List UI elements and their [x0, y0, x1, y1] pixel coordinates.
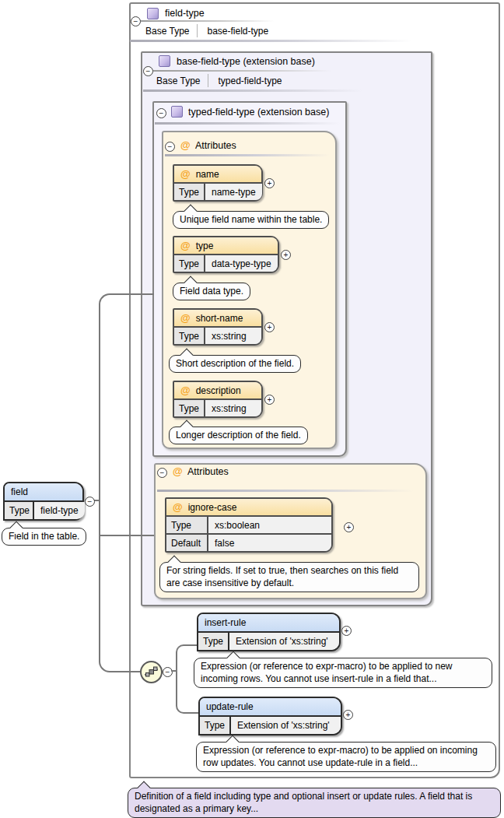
schema-diagram: − field-type Base Type base-field-type −… — [0, 0, 504, 818]
default-label: Default — [166, 535, 208, 551]
type-value[interactable]: name-type — [205, 184, 262, 200]
attributes-title: Attributes — [187, 466, 229, 477]
expand-icon[interactable]: + — [264, 395, 275, 405]
attribute-name[interactable]: @ name Type name-type — [173, 164, 263, 202]
type-label: Type — [174, 328, 205, 344]
type-label: Type — [5, 502, 34, 519]
type-label: Type — [174, 184, 205, 200]
type-value[interactable]: xs:string — [205, 328, 261, 344]
complex-type-icon — [159, 55, 170, 67]
attribute-at-icon: @ — [180, 384, 191, 396]
field-type-base-row: Base Type base-field-type — [145, 24, 268, 37]
type-value[interactable]: field-type — [34, 502, 85, 519]
attribute-name-label: name — [196, 169, 219, 180]
type-value[interactable]: xs:string — [205, 400, 261, 416]
type-label: Type — [174, 255, 205, 272]
attribute-name-label: ignore-case — [188, 502, 237, 513]
doc-tooltip: For string fields. If set to true, then … — [159, 562, 419, 592]
attribute-ignore-case[interactable]: @ ignore-case Type xs:boolean Default fa… — [165, 497, 333, 553]
expand-icon[interactable]: + — [264, 178, 275, 188]
attribute-name-label: description — [196, 385, 241, 396]
expand-icon[interactable]: + — [281, 250, 291, 260]
type-label: Type — [200, 717, 231, 734]
type-value[interactable]: Extension of 'xs:string' — [231, 717, 341, 734]
attribute-at-icon: @ — [180, 240, 191, 251]
element-update-rule[interactable]: update-rule Type Extension of 'xs:string… — [198, 697, 342, 735]
element-field[interactable]: field Type field-type — [3, 482, 84, 521]
base-field-type-title[interactable]: base-field-type (extension base) — [177, 56, 315, 67]
type-label: Type — [198, 633, 229, 650]
base-type-value[interactable]: typed-field-type — [208, 75, 282, 86]
default-value: false — [208, 535, 331, 551]
element-name: field — [5, 483, 82, 502]
attribute-at-icon: @ — [180, 312, 191, 324]
complex-type-icon — [147, 8, 159, 19]
doc-tooltip: Short description of the field. — [169, 355, 301, 373]
collapse-icon[interactable]: − — [85, 497, 95, 507]
type-value[interactable]: xs:boolean — [208, 517, 331, 533]
base-field-type-base-row: Base Type typed-field-type — [156, 74, 282, 87]
attribute-at-icon: @ — [180, 168, 191, 180]
base-type-label: Base Type — [156, 75, 208, 86]
definition-note: Definition of a field including type and… — [128, 788, 501, 818]
attributes-title: Attributes — [195, 140, 236, 151]
attribute-type[interactable]: @ type Type data-type-type — [173, 236, 279, 273]
type-value[interactable]: data-type-type — [205, 255, 278, 272]
doc-tooltip: Longer description of the field. — [169, 427, 308, 444]
sequence-icon[interactable] — [140, 661, 163, 683]
connector-bracket — [99, 293, 154, 672]
element-name: insert-rule — [198, 614, 339, 633]
collapse-icon[interactable]: − — [131, 16, 141, 26]
collapse-icon[interactable]: − — [157, 468, 167, 478]
connector-line — [100, 535, 154, 536]
attribute-at-icon: @ — [180, 139, 191, 151]
doc-tooltip: Field data type. — [173, 283, 250, 300]
type-label: Type — [166, 517, 208, 533]
expand-icon[interactable]: + — [344, 522, 354, 532]
collapse-icon[interactable]: − — [143, 66, 153, 76]
expand-icon[interactable]: + — [343, 710, 353, 720]
expand-icon[interactable]: + — [264, 322, 275, 332]
attribute-description[interactable]: @ description Type xs:string — [173, 381, 263, 418]
doc-tooltip: Field in the table. — [2, 528, 86, 546]
attribute-at-icon: @ — [173, 465, 183, 477]
doc-tooltip: Unique field name within the table. — [173, 211, 329, 229]
type-label: Type — [174, 400, 205, 416]
expand-icon[interactable]: + — [341, 626, 352, 636]
type-value[interactable]: Extension of 'xs:string' — [229, 633, 339, 650]
attribute-short-name[interactable]: @ short-name Type xs:string — [173, 308, 263, 346]
typed-field-type-title[interactable]: typed-field-type (extension base) — [188, 107, 329, 118]
collapse-icon[interactable]: − — [165, 142, 175, 152]
attribute-name-label: type — [196, 240, 214, 251]
element-name: update-rule — [200, 698, 341, 717]
attribute-name-label: short-name — [196, 313, 243, 324]
collapse-icon[interactable]: − — [163, 667, 173, 677]
base-type-value[interactable]: base-field-type — [198, 26, 268, 37]
element-insert-rule[interactable]: insert-rule Type Extension of 'xs:string… — [197, 613, 341, 651]
doc-tooltip: Expression (or reference to expr-macro) … — [194, 658, 492, 688]
doc-tooltip: Expression (or reference to expr-macro) … — [196, 742, 496, 772]
collapse-icon[interactable]: − — [156, 108, 166, 118]
complex-type-icon — [171, 106, 183, 118]
field-type-title[interactable]: field-type — [165, 8, 205, 19]
base-type-label: Base Type — [145, 26, 197, 37]
attribute-at-icon: @ — [173, 501, 183, 513]
